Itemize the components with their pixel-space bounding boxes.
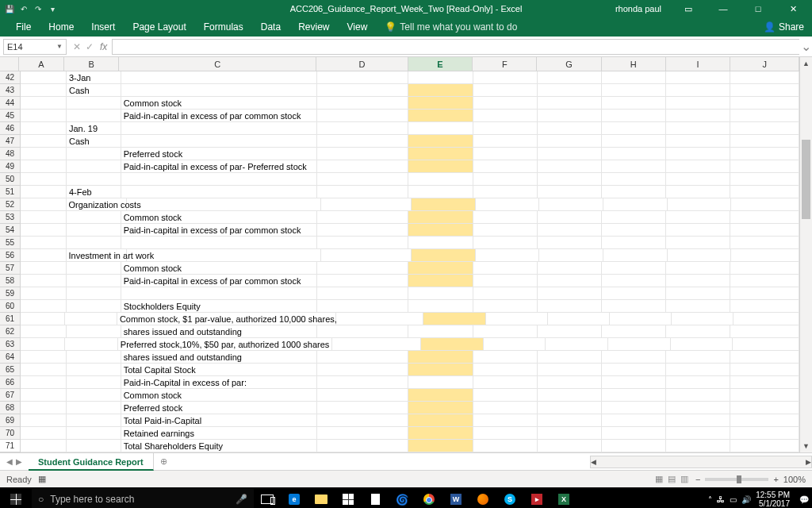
qat-dropdown-icon[interactable]: ▾ xyxy=(48,4,57,13)
cell[interactable] xyxy=(21,351,67,364)
cell[interactable] xyxy=(121,186,318,198)
cell[interactable] xyxy=(21,135,67,148)
cell[interactable] xyxy=(412,249,476,262)
cell[interactable] xyxy=(67,173,121,186)
cell[interactable] xyxy=(666,300,730,313)
cell[interactable] xyxy=(602,325,666,338)
cell[interactable]: shares issued and outstanding xyxy=(121,351,318,364)
cell[interactable]: Cash xyxy=(67,84,121,97)
cell[interactable] xyxy=(408,71,473,84)
cell[interactable]: Paid-in-capital in excess of par common … xyxy=(121,275,318,287)
cell[interactable] xyxy=(730,186,799,198)
cell[interactable] xyxy=(121,237,318,249)
cell[interactable] xyxy=(408,427,473,440)
cell[interactable] xyxy=(408,364,473,376)
cell[interactable] xyxy=(538,440,602,452)
cell[interactable] xyxy=(602,287,666,300)
cell[interactable] xyxy=(666,262,730,275)
cell[interactable] xyxy=(602,376,666,389)
cell[interactable] xyxy=(21,224,67,237)
row-header[interactable]: 52 xyxy=(0,198,21,211)
col-header-C[interactable]: C xyxy=(119,57,316,71)
cell[interactable] xyxy=(730,376,799,389)
cell[interactable] xyxy=(730,325,799,338)
cell[interactable] xyxy=(672,313,733,325)
cell[interactable] xyxy=(666,427,730,440)
cell[interactable] xyxy=(473,237,538,249)
cell[interactable] xyxy=(21,160,67,173)
cell[interactable] xyxy=(666,110,730,122)
cell[interactable] xyxy=(730,402,799,414)
col-header-E[interactable]: E xyxy=(408,57,473,71)
cell[interactable] xyxy=(21,237,67,249)
col-header-J[interactable]: J xyxy=(730,57,799,71)
cell[interactable] xyxy=(666,287,730,300)
zoom-slider[interactable] xyxy=(705,478,768,481)
cell[interactable] xyxy=(67,97,121,110)
cell[interactable] xyxy=(538,135,602,148)
cell[interactable] xyxy=(21,122,67,135)
zoom-level[interactable]: 100% xyxy=(783,475,806,484)
scroll-down-icon[interactable]: ▼ xyxy=(800,440,812,452)
cell[interactable] xyxy=(67,211,121,224)
enter-formula-icon[interactable]: ✓ xyxy=(86,41,94,52)
cell[interactable] xyxy=(666,224,730,237)
col-header-I[interactable]: I xyxy=(666,57,730,71)
cell[interactable] xyxy=(602,160,666,173)
view-buttons[interactable]: ▦▤▥ xyxy=(653,474,691,484)
cell[interactable] xyxy=(473,97,538,110)
cell[interactable] xyxy=(476,198,540,211)
cell[interactable] xyxy=(67,402,121,414)
col-header-D[interactable]: D xyxy=(316,57,408,71)
cell[interactable] xyxy=(484,338,546,351)
cell[interactable] xyxy=(317,287,408,300)
cell[interactable] xyxy=(67,224,121,237)
row-header[interactable]: 49 xyxy=(0,160,21,173)
cell[interactable] xyxy=(730,97,799,110)
cell[interactable] xyxy=(473,440,538,452)
scroll-left-icon[interactable]: ◀ xyxy=(591,456,596,468)
cell[interactable] xyxy=(602,275,666,287)
cell[interactable] xyxy=(602,173,666,186)
cell[interactable]: Stockholders Equity xyxy=(121,300,318,313)
cell[interactable] xyxy=(730,262,799,275)
cell[interactable] xyxy=(408,135,473,148)
cell[interactable] xyxy=(473,275,538,287)
row-header[interactable]: 43 xyxy=(0,84,21,97)
cell[interactable] xyxy=(473,224,538,237)
cell[interactable] xyxy=(67,351,121,364)
cell[interactable] xyxy=(538,84,602,97)
cell[interactable] xyxy=(21,414,67,427)
cell[interactable]: Common stock xyxy=(121,211,318,224)
scroll-right-icon[interactable]: ▶ xyxy=(806,456,811,468)
cell[interactable] xyxy=(602,148,666,160)
cell[interactable] xyxy=(473,376,538,389)
cell[interactable] xyxy=(602,97,666,110)
tray-chevron-icon[interactable]: ˄ xyxy=(708,495,712,504)
horizontal-scrollbar[interactable]: ◀ ▶ xyxy=(590,456,812,468)
cell[interactable] xyxy=(408,224,473,237)
row-header[interactable]: 56 xyxy=(0,249,21,262)
cell[interactable] xyxy=(317,275,408,287)
cell[interactable] xyxy=(730,110,799,122)
cell[interactable] xyxy=(21,173,67,186)
share-button[interactable]: 👤Share xyxy=(764,21,812,33)
cell[interactable]: Common stock xyxy=(121,97,318,110)
cell[interactable] xyxy=(671,338,733,351)
cell[interactable] xyxy=(538,173,602,186)
tab-file[interactable]: File xyxy=(8,17,39,37)
cell[interactable] xyxy=(408,351,473,364)
row-header[interactable]: 54 xyxy=(0,224,21,237)
cell[interactable] xyxy=(538,224,602,237)
row-header[interactable]: 46 xyxy=(0,122,21,135)
row-header[interactable]: 65 xyxy=(0,364,21,376)
cell[interactable] xyxy=(666,440,730,452)
cell[interactable] xyxy=(666,71,730,84)
cancel-formula-icon[interactable]: ✕ xyxy=(73,41,81,52)
cell[interactable] xyxy=(21,300,67,313)
row-header[interactable]: 61 xyxy=(0,313,21,325)
cell[interactable] xyxy=(21,389,67,402)
tell-me[interactable]: 💡Tell me what you want to do xyxy=(377,17,525,37)
cell[interactable] xyxy=(473,186,538,198)
redo-icon[interactable]: ↷ xyxy=(33,4,43,13)
